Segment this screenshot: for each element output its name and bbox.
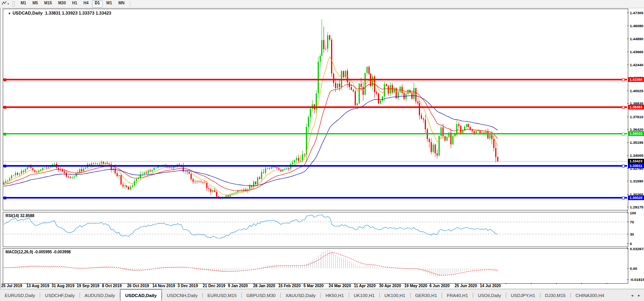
- h-line-support-blue-upper[interactable]: [3, 165, 627, 167]
- tab-gbpusd-m30[interactable]: GBPUSD,M30: [242, 289, 280, 301]
- collapse-arrow-icon[interactable]: ▼: [8, 12, 11, 15]
- tab-usdcnh-daily[interactable]: USDCNH,Daily: [162, 289, 202, 301]
- line-handle-right[interactable]: [622, 78, 625, 81]
- price-level-chip: 1.41060: [628, 77, 644, 82]
- price-tick-mark: [627, 52, 629, 52]
- price-tick-label: 1.31590: [630, 179, 643, 183]
- date-tick-label: 28 Jan 2020: [253, 284, 275, 288]
- toolbar-grip[interactable]: [13, 1, 15, 7]
- line-handle-right[interactable]: [622, 133, 625, 136]
- price-tick-label: 1.29175: [630, 205, 643, 209]
- h-line-support-green[interactable]: [3, 133, 627, 134]
- date-tick-label: 15 Feb 2020: [278, 284, 301, 288]
- price-tick-label: 1.43665: [630, 50, 643, 54]
- date-tick-label: 25 Jul 2019: [1, 284, 22, 288]
- price-tick-label: 1.42440: [630, 63, 643, 67]
- rsi-tick-label: 30: [630, 232, 634, 236]
- tab-audusd-daily[interactable]: AUDUSD,Daily: [80, 289, 120, 301]
- line-handle-left[interactable]: [4, 165, 6, 167]
- tab-uk100-h1[interactable]: UK100,H1: [380, 289, 410, 301]
- timeframe-button-h4[interactable]: H4: [81, 0, 91, 7]
- tab-eurusd-m15[interactable]: EURUSD,M15: [203, 289, 241, 301]
- tab-dj30-m15[interactable]: DJ30,M15: [540, 289, 570, 301]
- rsi-tick-mark: [627, 234, 629, 234]
- timeframe-button-mn[interactable]: MN: [116, 0, 128, 7]
- timeframe-button-m15[interactable]: M15: [41, 0, 54, 7]
- line-handle-right[interactable]: [622, 106, 625, 109]
- timeframe-button-d1[interactable]: D1: [92, 0, 103, 7]
- h-line-support-blue-lower[interactable]: [3, 197, 627, 199]
- rsi-tick-mark: [627, 243, 629, 244]
- date-tick-label: 11 Apr 2020: [354, 284, 376, 288]
- date-tick-label: 5 Mar 2020: [303, 284, 324, 288]
- h-line-resistance-lower[interactable]: [3, 106, 627, 108]
- date-tick-label: 3 Dec 2019: [178, 284, 198, 288]
- date-tick-label: 30 Apr 2020: [379, 284, 401, 288]
- macd-chart-canvas[interactable]: [3, 249, 627, 282]
- h-line-resistance-upper[interactable]: [3, 79, 627, 80]
- timeframe-button-m30[interactable]: M30: [56, 0, 68, 7]
- price-level-chip: 1.38464: [628, 105, 644, 110]
- macd-tick-mark: [627, 279, 629, 280]
- line-handle-left[interactable]: [4, 106, 6, 109]
- timeframe-button-h1[interactable]: H1: [69, 0, 80, 7]
- date-tick-label: 31 Aug 2019: [52, 284, 74, 288]
- price-tick-label: 1.40025: [630, 89, 643, 93]
- date-tick-label: 6 Jun 2020: [429, 284, 450, 288]
- tab-usoil-daily[interactable]: USOil,Daily: [473, 289, 506, 301]
- date-tick-label: 25 Jun 2020: [455, 284, 477, 288]
- price-tick-label: 1.34005: [630, 153, 643, 158]
- trading-platform-window: ▾ M1M5M15M30H1H4D1W1MN ▼USDCAD,Daily 1.3…: [0, 0, 644, 301]
- tab-eurusd-daily[interactable]: EURUSD,Daily: [0, 289, 40, 301]
- macd-tick-mark: [627, 249, 629, 249]
- tab-usdchf-daily[interactable]: USDCHF,Daily: [40, 289, 79, 301]
- price-tick-mark: [627, 207, 629, 207]
- price-tick-mark: [627, 39, 629, 39]
- rsi-tick-label: 0: [630, 242, 632, 246]
- price-level-chip: 1.30020: [628, 195, 644, 200]
- candlestick-chart-canvas[interactable]: [3, 9, 627, 209]
- main-chart-panel: ▼USDCAD,Daily 1.33831 1.33923 1.33373 1.…: [3, 9, 628, 210]
- line-handle-left[interactable]: [4, 133, 6, 136]
- window-left-border: [0, 8, 0, 288]
- line-study-icon: [1, 0, 7, 7]
- tab-uk100-h1[interactable]: UK100,H1: [349, 289, 379, 301]
- chart-tools-button[interactable]: ▾: [1, 0, 9, 7]
- price-tick-label: 1.35195: [630, 140, 643, 145]
- tab-hk50-h1[interactable]: HK50,H1: [321, 289, 349, 301]
- line-handle-right[interactable]: [622, 197, 625, 199]
- tab-xauusd-daily[interactable]: XAUUSD,Daily: [281, 289, 320, 301]
- price-level-chip: 1.36015: [628, 131, 644, 136]
- rsi-tick-mark: [627, 222, 629, 222]
- timeframe-buttons: M1M5M15M30H1H4D1W1MN: [18, 0, 128, 7]
- date-tick-label: 13 Aug 2019: [26, 284, 49, 288]
- timeframe-button-w1[interactable]: W1: [104, 0, 115, 7]
- chart-ohlc-values: 1.33831 1.33923 1.33373 1.33423: [45, 11, 111, 15]
- date-tick-mark: [506, 283, 506, 284]
- date-tick-label: 24 Mar 2020: [329, 284, 351, 288]
- toolbar-separator: [130, 1, 130, 7]
- scroll-right-button[interactable]: ►: [637, 294, 641, 297]
- macd-label: MACD(12,26,9) -0.005995 -0.003998: [6, 250, 71, 254]
- timeframe-button-m1[interactable]: M1: [18, 0, 29, 7]
- tab-usdcad-daily[interactable]: USDCAD,Daily: [120, 289, 162, 301]
- timeframe-button-m5[interactable]: M5: [30, 0, 41, 7]
- line-handle-right[interactable]: [622, 165, 625, 167]
- rsi-chart-canvas[interactable]: [3, 212, 627, 246]
- rsi-panel: RSI(14) 32.8588: [3, 212, 628, 247]
- chart-title: ▼USDCAD,Daily 1.33831 1.33923 1.33373 1.…: [8, 11, 111, 15]
- tab-usdjpy-h1[interactable]: USDJPY,H1: [506, 289, 540, 301]
- tab-ger30-h1[interactable]: GER30,H1: [411, 289, 442, 301]
- rsi-tick-mark: [627, 213, 629, 213]
- scroll-left-button[interactable]: ◄: [630, 294, 634, 297]
- date-tick-label: 9 Jan 2020: [228, 284, 248, 288]
- macd-tick-label: 0.032972: [630, 247, 644, 251]
- line-handle-left[interactable]: [4, 197, 6, 199]
- line-handle-left[interactable]: [4, 78, 6, 81]
- macd-panel: MACD(12,26,9) -0.005995 -0.003998: [3, 248, 628, 284]
- tab-scroll-arrows: ◄ ►: [630, 289, 641, 301]
- rsi-tick-label: 70: [630, 220, 634, 224]
- tab-china300-h4[interactable]: CHINA300,H4: [571, 289, 609, 301]
- tab-fra40-h1[interactable]: FRA40,H1: [442, 289, 473, 301]
- macd-tick-label: -0.01815: [630, 277, 644, 282]
